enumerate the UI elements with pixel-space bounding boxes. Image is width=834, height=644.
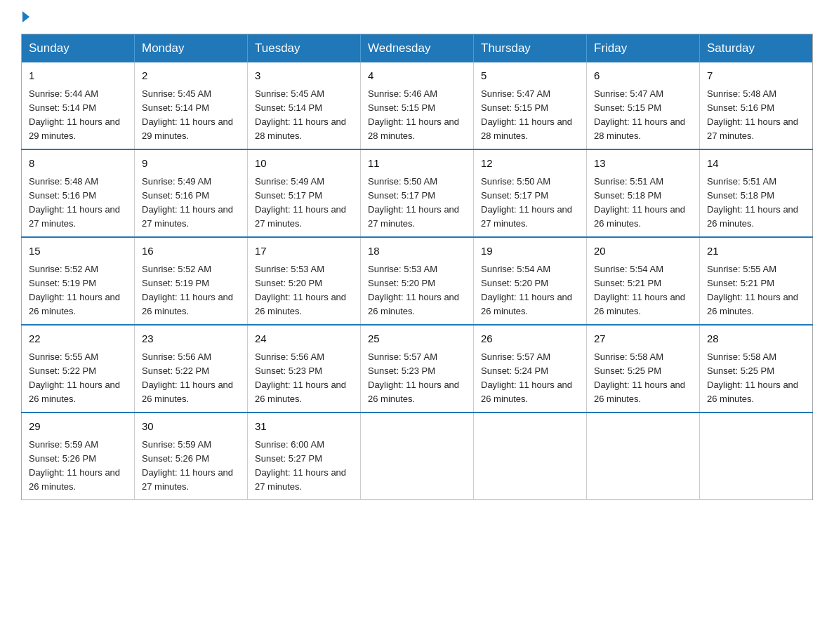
day-info: Sunrise: 5:44 AMSunset: 5:14 PMDaylight:… [29, 87, 127, 144]
day-number: 30 [142, 419, 240, 435]
day-number: 10 [255, 156, 353, 172]
day-number: 16 [142, 243, 240, 260]
calendar-cell: 9Sunrise: 5:49 AMSunset: 5:16 PMDaylight… [135, 149, 248, 237]
weekday-header-monday: Monday [135, 34, 248, 63]
calendar-cell: 22Sunrise: 5:55 AMSunset: 5:22 PMDayligh… [22, 325, 135, 412]
weekday-header-friday: Friday [587, 34, 700, 63]
calendar-week-row: 29Sunrise: 5:59 AMSunset: 5:26 PMDayligh… [22, 412, 813, 500]
day-info: Sunrise: 5:49 AMSunset: 5:16 PMDaylight:… [142, 175, 240, 232]
day-number: 19 [481, 243, 579, 260]
day-number: 22 [29, 331, 127, 347]
calendar-cell: 14Sunrise: 5:51 AMSunset: 5:18 PMDayligh… [700, 149, 813, 237]
calendar-cell: 3Sunrise: 5:45 AMSunset: 5:14 PMDaylight… [248, 62, 361, 149]
day-info: Sunrise: 5:51 AMSunset: 5:18 PMDaylight:… [594, 175, 692, 232]
calendar-cell: 5Sunrise: 5:47 AMSunset: 5:15 PMDaylight… [474, 62, 587, 149]
day-info: Sunrise: 5:53 AMSunset: 5:20 PMDaylight:… [255, 262, 353, 319]
day-info: Sunrise: 5:47 AMSunset: 5:15 PMDaylight:… [594, 87, 692, 144]
day-number: 1 [29, 68, 127, 84]
calendar-cell: 15Sunrise: 5:52 AMSunset: 5:19 PMDayligh… [22, 237, 135, 325]
weekday-header-wednesday: Wednesday [361, 34, 474, 63]
day-info: Sunrise: 5:55 AMSunset: 5:21 PMDaylight:… [707, 262, 805, 319]
day-info: Sunrise: 5:48 AMSunset: 5:16 PMDaylight:… [29, 175, 127, 232]
day-number: 24 [255, 331, 353, 347]
weekday-header-thursday: Thursday [474, 34, 587, 63]
day-number: 8 [29, 156, 127, 172]
day-number: 18 [368, 243, 466, 260]
day-info: Sunrise: 5:55 AMSunset: 5:22 PMDaylight:… [29, 350, 127, 407]
calendar-cell: 4Sunrise: 5:46 AMSunset: 5:15 PMDaylight… [361, 62, 474, 149]
day-number: 28 [707, 331, 805, 347]
day-info: Sunrise: 5:47 AMSunset: 5:15 PMDaylight:… [481, 87, 579, 144]
day-info: Sunrise: 5:57 AMSunset: 5:24 PMDaylight:… [481, 350, 579, 407]
day-info: Sunrise: 5:58 AMSunset: 5:25 PMDaylight:… [707, 350, 805, 407]
day-info: Sunrise: 5:45 AMSunset: 5:14 PMDaylight:… [142, 87, 240, 144]
calendar-cell: 31Sunrise: 6:00 AMSunset: 5:27 PMDayligh… [248, 412, 361, 500]
calendar-cell: 18Sunrise: 5:53 AMSunset: 5:20 PMDayligh… [361, 237, 474, 325]
calendar-cell: 1Sunrise: 5:44 AMSunset: 5:14 PMDaylight… [22, 62, 135, 149]
day-info: Sunrise: 5:58 AMSunset: 5:25 PMDaylight:… [594, 350, 692, 407]
day-info: Sunrise: 5:56 AMSunset: 5:22 PMDaylight:… [142, 350, 240, 407]
day-number: 20 [594, 243, 692, 260]
day-number: 26 [481, 331, 579, 347]
day-info: Sunrise: 5:45 AMSunset: 5:14 PMDaylight:… [255, 87, 353, 144]
calendar-cell: 13Sunrise: 5:51 AMSunset: 5:18 PMDayligh… [587, 149, 700, 237]
calendar-cell: 10Sunrise: 5:49 AMSunset: 5:17 PMDayligh… [248, 149, 361, 237]
calendar-cell: 2Sunrise: 5:45 AMSunset: 5:14 PMDaylight… [135, 62, 248, 149]
day-info: Sunrise: 5:52 AMSunset: 5:19 PMDaylight:… [29, 262, 127, 319]
calendar-cell: 6Sunrise: 5:47 AMSunset: 5:15 PMDaylight… [587, 62, 700, 149]
day-info: Sunrise: 5:56 AMSunset: 5:23 PMDaylight:… [255, 350, 353, 407]
calendar-cell: 8Sunrise: 5:48 AMSunset: 5:16 PMDaylight… [22, 149, 135, 237]
day-number: 27 [594, 331, 692, 347]
day-number: 7 [707, 68, 805, 84]
calendar-cell [587, 412, 700, 500]
day-info: Sunrise: 5:52 AMSunset: 5:19 PMDaylight:… [142, 262, 240, 319]
calendar-cell [700, 412, 813, 500]
calendar-cell: 28Sunrise: 5:58 AMSunset: 5:25 PMDayligh… [700, 325, 813, 412]
day-number: 15 [29, 243, 127, 260]
day-info: Sunrise: 5:49 AMSunset: 5:17 PMDaylight:… [255, 175, 353, 232]
weekday-header-sunday: Sunday [22, 34, 135, 63]
calendar-cell: 11Sunrise: 5:50 AMSunset: 5:17 PMDayligh… [361, 149, 474, 237]
day-number: 6 [594, 68, 692, 84]
logo [21, 14, 29, 20]
day-info: Sunrise: 5:54 AMSunset: 5:20 PMDaylight:… [481, 262, 579, 319]
calendar-week-row: 15Sunrise: 5:52 AMSunset: 5:19 PMDayligh… [22, 237, 813, 325]
day-number: 11 [368, 156, 466, 172]
calendar-header-row: SundayMondayTuesdayWednesdayThursdayFrid… [22, 34, 813, 63]
calendar-cell: 24Sunrise: 5:56 AMSunset: 5:23 PMDayligh… [248, 325, 361, 412]
calendar-cell [474, 412, 587, 500]
day-number: 17 [255, 243, 353, 260]
day-number: 21 [707, 243, 805, 260]
weekday-header-tuesday: Tuesday [248, 34, 361, 63]
day-info: Sunrise: 5:54 AMSunset: 5:21 PMDaylight:… [594, 262, 692, 319]
day-number: 4 [368, 68, 466, 84]
day-info: Sunrise: 5:59 AMSunset: 5:26 PMDaylight:… [142, 438, 240, 495]
day-number: 3 [255, 68, 353, 84]
calendar-cell: 21Sunrise: 5:55 AMSunset: 5:21 PMDayligh… [700, 237, 813, 325]
weekday-header-saturday: Saturday [700, 34, 813, 63]
calendar-cell [361, 412, 474, 500]
day-info: Sunrise: 5:51 AMSunset: 5:18 PMDaylight:… [707, 175, 805, 232]
day-number: 31 [255, 419, 353, 435]
day-info: Sunrise: 6:00 AMSunset: 5:27 PMDaylight:… [255, 438, 353, 495]
day-info: Sunrise: 5:48 AMSunset: 5:16 PMDaylight:… [707, 87, 805, 144]
day-info: Sunrise: 5:57 AMSunset: 5:23 PMDaylight:… [368, 350, 466, 407]
calendar-week-row: 22Sunrise: 5:55 AMSunset: 5:22 PMDayligh… [22, 325, 813, 412]
page-header [21, 14, 813, 20]
calendar-week-row: 8Sunrise: 5:48 AMSunset: 5:16 PMDaylight… [22, 149, 813, 237]
calendar-cell: 30Sunrise: 5:59 AMSunset: 5:26 PMDayligh… [135, 412, 248, 500]
day-info: Sunrise: 5:50 AMSunset: 5:17 PMDaylight:… [481, 175, 579, 232]
day-info: Sunrise: 5:59 AMSunset: 5:26 PMDaylight:… [29, 438, 127, 495]
calendar-cell: 29Sunrise: 5:59 AMSunset: 5:26 PMDayligh… [22, 412, 135, 500]
day-info: Sunrise: 5:50 AMSunset: 5:17 PMDaylight:… [368, 175, 466, 232]
day-number: 9 [142, 156, 240, 172]
calendar-cell: 25Sunrise: 5:57 AMSunset: 5:23 PMDayligh… [361, 325, 474, 412]
calendar-cell: 7Sunrise: 5:48 AMSunset: 5:16 PMDaylight… [700, 62, 813, 149]
calendar-cell: 20Sunrise: 5:54 AMSunset: 5:21 PMDayligh… [587, 237, 700, 325]
calendar-table: SundayMondayTuesdayWednesdayThursdayFrid… [21, 34, 813, 500]
day-number: 13 [594, 156, 692, 172]
day-info: Sunrise: 5:46 AMSunset: 5:15 PMDaylight:… [368, 87, 466, 144]
calendar-cell: 23Sunrise: 5:56 AMSunset: 5:22 PMDayligh… [135, 325, 248, 412]
day-number: 5 [481, 68, 579, 84]
day-info: Sunrise: 5:53 AMSunset: 5:20 PMDaylight:… [368, 262, 466, 319]
